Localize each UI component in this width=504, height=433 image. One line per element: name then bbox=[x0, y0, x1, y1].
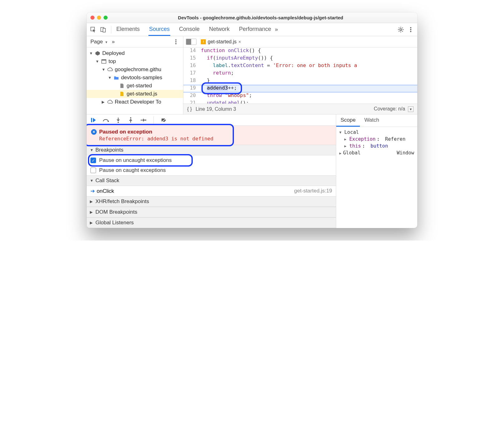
navigator-panel: Page ▾ » ▼ Deployed ▼ top bbox=[87, 36, 183, 114]
frame-icon bbox=[101, 59, 107, 64]
traffic-lights bbox=[90, 16, 108, 20]
svg-point-16 bbox=[145, 119, 146, 121]
tab-scope[interactable]: Scope bbox=[336, 114, 360, 127]
current-frame-arrow-icon: ➔ bbox=[90, 188, 95, 194]
tree-folder[interactable]: ▼ devtools-samples bbox=[87, 74, 183, 82]
source-editor[interactable]: 14 15 16 17 18 19 20 21 function onClick… bbox=[183, 47, 417, 104]
toolbar-divider bbox=[111, 26, 111, 33]
deactivate-breakpoints-button[interactable] bbox=[161, 117, 167, 124]
svg-point-9 bbox=[175, 43, 177, 44]
pause-on-caught-row[interactable]: Pause on caught exceptions bbox=[87, 165, 336, 175]
editor-area: ! get-started.js × 14 15 16 17 18 19 20 … bbox=[183, 36, 417, 114]
cursor-position: Line 19, Column 3 bbox=[196, 106, 236, 112]
tree-deployed[interactable]: ▼ Deployed bbox=[87, 49, 183, 57]
step-over-button[interactable] bbox=[102, 117, 109, 124]
checkbox-unchecked-icon[interactable] bbox=[90, 168, 96, 173]
window-title: DevTools - googlechrome.github.io/devtoo… bbox=[108, 15, 414, 20]
warning-icon: ! bbox=[201, 39, 206, 44]
dom-breakpoints-header[interactable]: ▶DOM Breakpoints bbox=[87, 207, 336, 217]
coverage-toggle-icon[interactable]: ▾ bbox=[408, 106, 414, 112]
tab-watch[interactable]: Watch bbox=[360, 114, 384, 127]
svg-point-6 bbox=[410, 31, 411, 32]
tab-sources[interactable]: Sources bbox=[148, 23, 170, 36]
inspect-element-icon[interactable] bbox=[90, 26, 97, 33]
coverage-label: Coverage: n/a bbox=[374, 106, 405, 111]
pause-on-uncaught-row[interactable]: ✓ Pause on uncaught exceptions bbox=[87, 155, 336, 165]
settings-gear-icon[interactable] bbox=[397, 26, 404, 33]
cube-icon bbox=[95, 51, 100, 56]
tree-file-js[interactable]: get-started.js bbox=[87, 90, 183, 98]
editor-tab-get-started-js[interactable]: ! get-started.js × bbox=[199, 39, 243, 45]
global-listeners-header[interactable]: ▶Global Listeners bbox=[87, 217, 336, 228]
checkbox-checked-icon[interactable]: ✓ bbox=[90, 158, 96, 163]
js-file-icon bbox=[119, 91, 125, 97]
tab-performance[interactable]: Performance bbox=[238, 23, 272, 36]
pause-message: ReferenceError: addend3 is not defined bbox=[91, 136, 332, 142]
step-button[interactable] bbox=[140, 117, 147, 124]
cloud-icon bbox=[107, 99, 113, 105]
debugger-right: Scope Watch ▼Local ▶Exception: Referen ▶… bbox=[336, 114, 417, 228]
svg-point-14 bbox=[118, 122, 119, 123]
document-icon bbox=[119, 83, 125, 89]
panel-tabs: Elements Sources Console Network Perform… bbox=[116, 23, 272, 36]
frame-location: get-started.js:19 bbox=[294, 188, 332, 194]
resume-button[interactable] bbox=[90, 117, 97, 124]
callstack-header[interactable]: ▼Call Stack bbox=[87, 175, 336, 186]
debugger-pane: ✕ Paused on exception ReferenceError: ad… bbox=[87, 114, 417, 228]
navigator-more-tabs[interactable]: » bbox=[112, 39, 115, 45]
debugger-left: ✕ Paused on exception ReferenceError: ad… bbox=[87, 114, 336, 228]
svg-rect-11 bbox=[102, 60, 106, 61]
svg-point-3 bbox=[400, 29, 402, 31]
file-tree[interactable]: ▼ Deployed ▼ top ▼ googlechrome.githu ▼ bbox=[87, 47, 183, 108]
tree-domain[interactable]: ▼ googlechrome.githu bbox=[87, 66, 183, 74]
close-window-button[interactable] bbox=[90, 16, 94, 20]
svg-point-5 bbox=[410, 29, 411, 30]
chevron-down-icon: ▾ bbox=[105, 40, 107, 44]
step-into-button[interactable] bbox=[115, 117, 122, 124]
scope-tree[interactable]: ▼Local ▶Exception: Referen ▶this: button… bbox=[336, 127, 417, 158]
navigator-menu-icon[interactable] bbox=[172, 38, 179, 45]
main-toolbar: Elements Sources Console Network Perform… bbox=[87, 23, 417, 36]
svg-point-15 bbox=[130, 117, 131, 119]
pretty-print-button[interactable]: { } bbox=[187, 106, 192, 112]
device-mode-icon[interactable] bbox=[100, 26, 107, 33]
folder-icon bbox=[114, 75, 119, 80]
toggle-navigator-icon[interactable] bbox=[186, 39, 196, 45]
titlebar: DevTools - googlechrome.github.io/devtoo… bbox=[87, 12, 417, 23]
navigator-page-tab[interactable]: Page bbox=[90, 39, 103, 45]
zoom-window-button[interactable] bbox=[104, 16, 108, 20]
code-lines: function onClick() { if(inputsAreEmpty()… bbox=[201, 47, 417, 104]
more-tabs-button[interactable]: » bbox=[275, 26, 278, 33]
breakpoints-header[interactable]: ▼Breakpoints bbox=[87, 145, 336, 155]
tab-elements[interactable]: Elements bbox=[116, 23, 140, 36]
pause-title: Paused on exception bbox=[99, 129, 152, 135]
xhr-breakpoints-header[interactable]: ▶XHR/fetch Breakpoints bbox=[87, 196, 336, 207]
tree-top[interactable]: ▼ top bbox=[87, 57, 183, 66]
pause-banner: ✕ Paused on exception ReferenceError: ad… bbox=[87, 126, 336, 145]
navigator-header: Page ▾ » bbox=[87, 36, 183, 47]
svg-point-4 bbox=[410, 27, 411, 28]
tree-react-ext[interactable]: ▶ React Developer To bbox=[87, 98, 183, 106]
cloud-icon bbox=[107, 67, 113, 72]
step-out-button[interactable] bbox=[127, 117, 134, 124]
svg-rect-12 bbox=[91, 118, 92, 122]
devtools-window: DevTools - googlechrome.github.io/devtoo… bbox=[87, 12, 417, 228]
sources-body: Page ▾ » ▼ Deployed ▼ top bbox=[87, 36, 417, 114]
kebab-menu-icon[interactable] bbox=[407, 26, 414, 33]
close-tab-button[interactable]: × bbox=[238, 39, 241, 44]
svg-point-13 bbox=[108, 121, 109, 122]
editor-tabs: ! get-started.js × bbox=[183, 36, 417, 47]
editor-statusbar: { } Line 19, Column 3 Coverage: n/a ▾ bbox=[183, 104, 417, 114]
tab-network[interactable]: Network bbox=[208, 23, 230, 36]
debugger-toolbar bbox=[87, 114, 336, 126]
svg-point-7 bbox=[175, 39, 177, 41]
error-circle-icon: ✕ bbox=[91, 129, 97, 135]
line-gutter: 14 15 16 17 18 19 20 21 bbox=[183, 47, 198, 104]
svg-rect-2 bbox=[103, 28, 105, 32]
tab-console[interactable]: Console bbox=[178, 23, 200, 36]
callstack-frame[interactable]: ➔onClick get-started.js:19 bbox=[87, 186, 336, 196]
tree-file-html[interactable]: get-started bbox=[87, 82, 183, 90]
svg-point-8 bbox=[175, 41, 177, 42]
minimize-window-button[interactable] bbox=[97, 16, 101, 20]
